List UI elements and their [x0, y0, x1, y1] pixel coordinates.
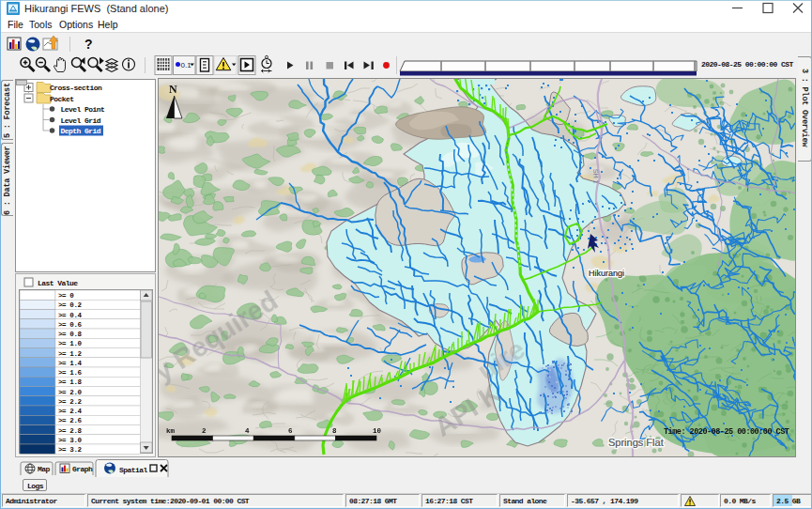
svg-text:Depth Grid: Depth Grid — [61, 127, 101, 135]
svg-text:>= 3.2: >= 3.2 — [58, 446, 83, 454]
svg-text:SH 1: SH 1 — [592, 169, 600, 184]
svg-text:Cross-section: Cross-section — [50, 84, 102, 92]
svg-text:Level Point: Level Point — [61, 105, 106, 114]
svg-text:>= 1.0: >= 1.0 — [58, 340, 83, 347]
svg-text:>= 3.0: >= 3.0 — [58, 437, 83, 444]
svg-text:Graph: Graph — [72, 465, 93, 473]
svg-text:>= 2.2: >= 2.2 — [58, 398, 83, 406]
svg-text:>= 0.4: >= 0.4 — [58, 312, 83, 319]
svg-text:>= 2.0: >= 2.0 — [58, 389, 83, 396]
svg-text:>= 2.8: >= 2.8 — [58, 427, 83, 435]
svg-text:4: 4 — [245, 427, 250, 435]
svg-text:10: 10 — [373, 427, 382, 435]
svg-text:>= 1.4: >= 1.4 — [58, 360, 83, 367]
svg-text:8: 8 — [332, 427, 337, 435]
svg-text:>= 1.6: >= 1.6 — [58, 369, 83, 377]
svg-text:N: N — [169, 83, 177, 96]
svg-text:Time: 2020-08-25 00:00:00 CST: Time: 2020-08-25 00:00:00 CST — [664, 427, 789, 437]
svg-text:Last Value: Last Value — [38, 279, 78, 287]
svg-text:>= 0.6: >= 0.6 — [58, 321, 83, 329]
svg-text:Map: Map — [38, 465, 51, 473]
svg-text:6: 6 — [288, 427, 293, 435]
svg-text:>= 0.8: >= 0.8 — [58, 331, 83, 338]
svg-text:km: km — [166, 427, 176, 435]
svg-text:Level Grid: Level Grid — [61, 116, 101, 125]
svg-text:>= 1.2: >= 1.2 — [58, 350, 83, 358]
svg-text:2: 2 — [202, 427, 207, 435]
svg-text:>= 2.6: >= 2.6 — [58, 417, 83, 424]
svg-text:Hikurangi: Hikurangi — [589, 269, 624, 278]
svg-text:Springs Flat: Springs Flat — [608, 437, 664, 448]
svg-text:>= 0: >= 0 — [58, 292, 74, 300]
svg-text:>= 0.2: >= 0.2 — [58, 301, 83, 309]
svg-text:Pocket: Pocket — [50, 95, 74, 103]
svg-text:>= 1.8: >= 1.8 — [58, 378, 83, 386]
svg-text:?: ? — [84, 37, 93, 52]
svg-text:Spatial: Spatial — [119, 466, 148, 474]
svg-text:>= 2.4: >= 2.4 — [58, 408, 83, 415]
svg-text:0.1: 0.1 — [181, 61, 192, 69]
